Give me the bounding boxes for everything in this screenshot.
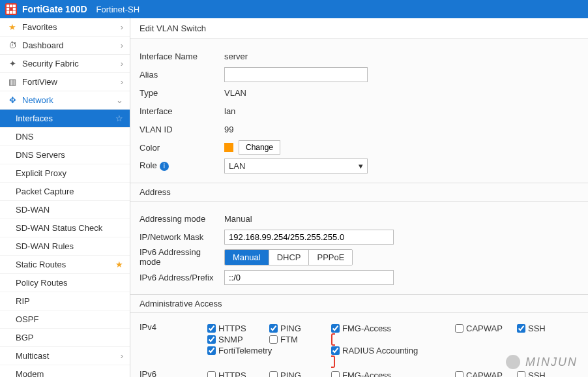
caret-down-icon: ▾ xyxy=(359,161,363,171)
label-ipv6: IPv6 Administrative Access xyxy=(140,369,207,377)
ipv6-ssh-checkbox[interactable]: SSH xyxy=(517,370,579,377)
nav-label: Network xyxy=(22,95,53,105)
info-icon[interactable]: i xyxy=(160,162,169,171)
sidebar-item-label: DNS Servers xyxy=(16,150,65,160)
star-outline-icon[interactable]: ☆ xyxy=(115,113,123,123)
change-color-button[interactable]: Change xyxy=(239,140,280,155)
sidebar-item-label: Packet Capture xyxy=(16,187,74,196)
ipv4-ssh-checkbox[interactable]: SSH xyxy=(517,324,579,333)
ipv4-snmp-checkbox[interactable]: SNMP xyxy=(207,335,269,344)
role-select[interactable]: LAN▾ xyxy=(224,158,368,173)
nav-label: Dashboard xyxy=(22,40,64,50)
sidebar-item-label: DNS xyxy=(16,132,33,142)
sidebar-item-label: Policy Routes xyxy=(16,278,67,288)
sidebar: ★Favorites› ⏱Dashboard› ✦Security Fabric… xyxy=(0,18,130,377)
nav-favorites[interactable]: ★Favorites› xyxy=(0,18,130,37)
ipv6-mode-dhcp-button[interactable]: DHCP xyxy=(269,250,310,265)
svg-rect-0 xyxy=(7,5,9,7)
sidebar-item-rip[interactable]: RIP xyxy=(0,292,130,310)
label-alias: Alias xyxy=(140,70,224,80)
hostname: Fortinet-SH xyxy=(96,5,140,14)
fortinet-logo-icon xyxy=(5,3,17,15)
network-icon: ✥ xyxy=(7,95,18,105)
sidebar-item-sdwan[interactable]: SD-WAN xyxy=(0,201,130,219)
label-ipv6-mode: IPv6 Addressing mode xyxy=(140,247,224,267)
chevron-right-icon: › xyxy=(121,59,123,68)
ipv4-fmg-checkbox[interactable]: FMG-Access xyxy=(331,324,455,333)
nav-label: Security Fabric xyxy=(22,59,79,68)
label-vlan-id: VLAN ID xyxy=(140,125,224,134)
value-addressing-mode: Manual xyxy=(224,214,252,224)
sidebar-item-ospf[interactable]: OSPF xyxy=(0,310,130,329)
section-address: Address xyxy=(130,183,588,202)
top-bar: FortiGate 100D Fortinet-SH xyxy=(0,0,588,18)
alias-input[interactable] xyxy=(224,67,368,82)
label-type: Type xyxy=(140,88,224,98)
sidebar-item-label: SD-WAN xyxy=(16,205,50,215)
svg-rect-7 xyxy=(13,11,16,14)
ipv6-capwap-checkbox[interactable]: CAPWAP xyxy=(455,370,517,377)
label-role: Rolei xyxy=(140,160,224,171)
sidebar-item-static-routes[interactable]: Static Routes★ xyxy=(0,256,130,274)
chevron-right-icon: › xyxy=(121,22,123,32)
sidebar-item-label: Multicast xyxy=(16,351,49,361)
svg-rect-3 xyxy=(7,8,9,10)
value-interface: lan xyxy=(224,106,235,116)
main-content: Edit VLAN Switch Interface Nameserver Al… xyxy=(130,18,588,377)
sidebar-item-multicast[interactable]: Multicast› xyxy=(0,347,130,365)
chevron-right-icon: › xyxy=(121,351,123,361)
product-name: FortiGate 100D xyxy=(22,4,87,14)
sidebar-item-interfaces[interactable]: Interfaces☆ xyxy=(0,110,130,128)
chevron-right-icon: › xyxy=(121,77,123,87)
ipv4-ftm-checkbox[interactable]: FTM xyxy=(269,335,331,344)
sidebar-item-label: BGP xyxy=(16,333,33,342)
sidebar-item-sdwan-rules[interactable]: SD-WAN Rules xyxy=(0,237,130,256)
label-color: Color xyxy=(140,143,224,153)
sidebar-item-dns-servers[interactable]: DNS Servers xyxy=(0,146,130,164)
sidebar-item-explicit-proxy[interactable]: Explicit Proxy xyxy=(0,164,130,183)
svg-rect-6 xyxy=(10,11,12,14)
nav-label: Favorites xyxy=(22,22,57,32)
ipv6-https-checkbox[interactable]: HTTPS xyxy=(207,370,269,377)
svg-rect-5 xyxy=(7,11,9,14)
label-ipv6-prefix: IPv6 Address/Prefix xyxy=(140,273,224,282)
gauge-icon: ⏱ xyxy=(7,40,18,50)
nav-dashboard[interactable]: ⏱Dashboard› xyxy=(0,37,130,55)
ipv6-ping-checkbox[interactable]: PING xyxy=(269,370,331,377)
color-swatch-icon xyxy=(224,143,233,152)
label-interface: Interface xyxy=(140,106,224,116)
star-icon: ★ xyxy=(7,22,18,32)
ipv6-mode-pppoe-button[interactable]: PPPoE xyxy=(309,250,352,265)
ipv6-mode-segmented: Manual DHCP PPPoE xyxy=(224,249,353,265)
sidebar-item-sdwan-status[interactable]: SD-WAN Status Check xyxy=(0,219,130,237)
sidebar-item-label: SD-WAN Status Check xyxy=(16,223,102,233)
sidebar-item-label: Explicit Proxy xyxy=(16,168,66,178)
sidebar-item-label: Modem xyxy=(16,369,44,377)
watermark: MINJUN xyxy=(506,355,578,369)
ipv4-radius-checkbox[interactable]: RADIUS Accounting xyxy=(331,346,455,355)
chart-icon: ▥ xyxy=(7,77,18,87)
sidebar-item-policy-routes[interactable]: Policy Routes xyxy=(0,274,130,292)
ipv4-fortitelemetry-checkbox[interactable]: FortiTelemetry xyxy=(207,346,269,355)
ipv6-fmg-checkbox[interactable]: FMG-Access xyxy=(331,370,455,377)
ipv6-mode-manual-button[interactable]: Manual xyxy=(225,250,269,265)
nav-network[interactable]: ✥Network⌄ xyxy=(0,91,130,110)
radius-highlight: RADIUS Accounting xyxy=(331,333,455,368)
sidebar-item-label: RIP xyxy=(16,296,30,306)
chevron-down-icon: ⌄ xyxy=(116,95,123,105)
star-icon[interactable]: ★ xyxy=(115,260,123,269)
nav-fortiview[interactable]: ▥FortiView› xyxy=(0,73,130,91)
sidebar-item-bgp[interactable]: BGP xyxy=(0,329,130,347)
ipv4-ping-checkbox[interactable]: PING xyxy=(269,324,331,333)
sidebar-item-dns[interactable]: DNS xyxy=(0,128,130,146)
value-type: VLAN xyxy=(224,88,246,98)
ipv6-prefix-input[interactable] xyxy=(224,270,394,285)
ip-mask-input[interactable] xyxy=(224,230,394,245)
chevron-right-icon: › xyxy=(121,40,123,50)
sidebar-item-modem[interactable]: Modem xyxy=(0,365,130,377)
nav-security-fabric[interactable]: ✦Security Fabric› xyxy=(0,55,130,73)
ipv4-capwap-checkbox[interactable]: CAPWAP xyxy=(455,324,517,333)
sidebar-item-label: SD-WAN Rules xyxy=(16,241,74,251)
sidebar-item-packet-capture[interactable]: Packet Capture xyxy=(0,183,130,201)
ipv4-https-checkbox[interactable]: HTTPS xyxy=(207,324,269,333)
